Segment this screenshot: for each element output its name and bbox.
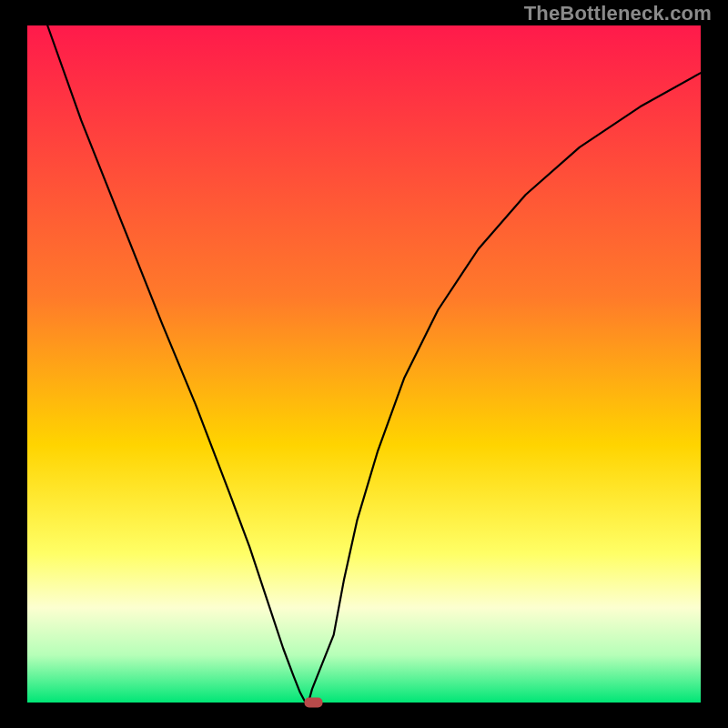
- chart-frame: TheBottleneck.com: [0, 0, 728, 728]
- optimal-point-marker: [305, 698, 323, 708]
- watermark-text: TheBottleneck.com: [524, 2, 712, 25]
- bottleneck-chart: [0, 0, 728, 728]
- plot-background: [27, 25, 701, 703]
